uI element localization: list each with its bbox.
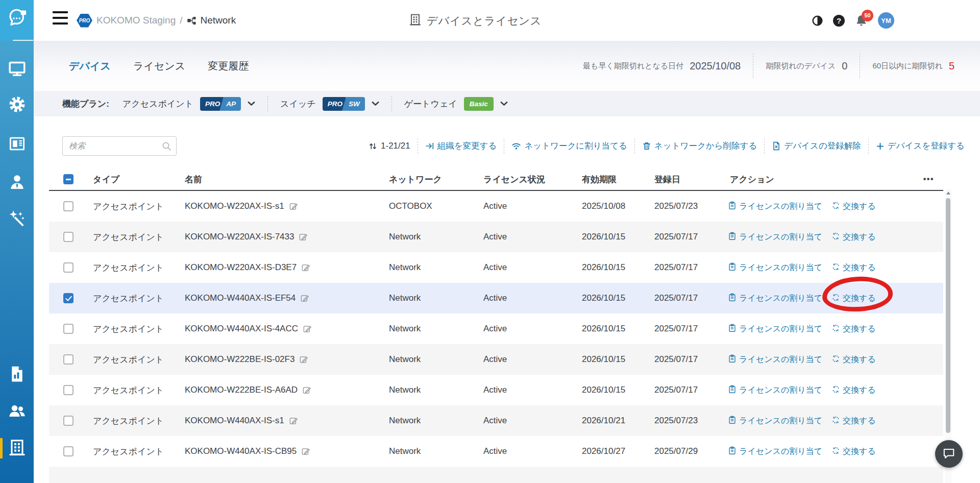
breadcrumb-organization[interactable]: KOKOMO Staging bbox=[96, 15, 176, 26]
assign-license-link[interactable]: ライセンスの割り当て bbox=[728, 262, 822, 273]
app-logo[interactable] bbox=[0, 0, 34, 41]
table-row[interactable]: アクセスポイント KOKOMO-W440AX-IS-s1 Network Act… bbox=[49, 405, 943, 436]
assign-license-link[interactable]: ライセンスの割り当て bbox=[728, 446, 822, 457]
sidebar-item-account[interactable] bbox=[0, 173, 34, 191]
sidebar-item-monitoring[interactable] bbox=[0, 60, 34, 78]
row-checkbox[interactable] bbox=[63, 416, 74, 426]
building-icon bbox=[8, 439, 26, 456]
replace-link[interactable]: 交換する bbox=[831, 385, 876, 396]
row-checkbox[interactable] bbox=[63, 354, 74, 365]
tab-devices[interactable]: デバイス bbox=[69, 59, 111, 73]
replace-link[interactable]: 交換する bbox=[831, 293, 876, 304]
edit-icon[interactable] bbox=[302, 385, 311, 395]
sidebar-item-users[interactable] bbox=[0, 402, 34, 420]
chevron-down-icon[interactable] bbox=[372, 101, 379, 106]
toolbar-separator bbox=[868, 138, 869, 154]
plan-badge: PROAP bbox=[200, 97, 241, 111]
replace-link[interactable]: 交換する bbox=[831, 416, 876, 426]
notifications-bell-icon[interactable]: 50 bbox=[854, 14, 868, 28]
replace-link[interactable]: 交換する bbox=[831, 446, 876, 457]
sidebar-item-reports[interactable] bbox=[0, 365, 34, 383]
plan-item: ゲートウェイBasic bbox=[404, 97, 508, 111]
replace-link[interactable]: 交換する bbox=[831, 324, 876, 334]
row-checkbox[interactable] bbox=[63, 262, 74, 273]
sidebar-item-news[interactable] bbox=[0, 135, 34, 153]
column-header[interactable]: ネットワーク bbox=[379, 174, 473, 185]
edit-icon[interactable] bbox=[301, 447, 310, 456]
row-checkbox[interactable] bbox=[63, 385, 74, 395]
breadcrumb-network[interactable]: Network bbox=[201, 15, 236, 26]
table-row[interactable]: アクセスポイント KOKOMO-W440AX-IS-4ACC Network A… bbox=[49, 313, 943, 344]
column-header[interactable]: ライセンス状況 bbox=[473, 174, 572, 185]
hamburger-menu-icon[interactable] bbox=[53, 11, 68, 25]
chevron-down-icon[interactable] bbox=[500, 101, 508, 106]
registered-date: 2025/07/17 bbox=[644, 354, 720, 365]
edit-icon[interactable] bbox=[289, 416, 298, 425]
sidebar-item-setup-wizard[interactable] bbox=[0, 209, 34, 227]
device-name: KOKOMO-W222BE-IS-02F3 bbox=[185, 354, 295, 365]
column-header-actions: アクション••• bbox=[720, 174, 943, 185]
edit-icon[interactable] bbox=[300, 294, 309, 303]
row-checkbox[interactable] bbox=[63, 232, 74, 242]
sidebar-divider bbox=[13, 40, 33, 41]
assign-license-link[interactable]: ライセンスの割り当て bbox=[728, 293, 822, 304]
user-avatar[interactable]: YM bbox=[878, 12, 894, 29]
edit-icon[interactable] bbox=[299, 232, 308, 242]
row-checkbox[interactable] bbox=[63, 293, 74, 303]
table-row[interactable]: アクセスポイント KOKOMO-W222BE-IS-A6AD Network A… bbox=[49, 375, 943, 405]
assign-license-link[interactable]: ライセンスの割り当て bbox=[728, 201, 822, 212]
tab-change-history[interactable]: 変更履歴 bbox=[208, 59, 249, 73]
pagination: 1-21/21 bbox=[369, 141, 410, 151]
edit-icon[interactable] bbox=[303, 324, 312, 333]
edit-icon[interactable] bbox=[299, 355, 308, 364]
column-header[interactable]: 名前 bbox=[175, 174, 379, 185]
edit-icon[interactable] bbox=[301, 263, 310, 272]
row-checkbox[interactable] bbox=[63, 201, 74, 211]
replace-link[interactable]: 交換する bbox=[831, 354, 876, 365]
assign-license-link[interactable]: ライセンスの割り当て bbox=[728, 416, 822, 426]
assign-license-link[interactable]: ライセンスの割り当て bbox=[728, 354, 822, 365]
scroll-up-arrow-icon[interactable] bbox=[946, 191, 950, 195]
action-remove-network[interactable]: ネットワークから削除する bbox=[642, 140, 757, 152]
column-header[interactable]: 登録日 bbox=[644, 174, 720, 185]
action-move-org[interactable]: 組織を変更する bbox=[425, 140, 497, 152]
row-checkbox[interactable] bbox=[63, 324, 74, 334]
account-icon bbox=[8, 173, 26, 191]
sort-icon[interactable] bbox=[369, 142, 377, 151]
chat-support-button[interactable] bbox=[935, 440, 963, 468]
column-header[interactable]: タイプ bbox=[83, 174, 175, 185]
column-header[interactable]: 有効期限 bbox=[572, 174, 644, 185]
vertical-scrollbar[interactable] bbox=[945, 189, 952, 483]
table-row[interactable]: アクセスポイント KOKOMO-W220AX-IS-s1 OCTOBOX Act… bbox=[49, 191, 943, 222]
registered-date: 2025/07/17 bbox=[644, 385, 720, 395]
overflow-menu-icon[interactable]: ••• bbox=[923, 175, 943, 184]
replace-link[interactable]: 交換する bbox=[831, 262, 876, 273]
contrast-toggle-icon[interactable] bbox=[812, 15, 823, 27]
replace-link[interactable]: 交換する bbox=[831, 232, 876, 243]
table-row[interactable]: アクセスポイント KOKOMO-W220AX-IS-D3E7 Network A… bbox=[49, 252, 943, 283]
row-checkbox[interactable] bbox=[63, 446, 74, 456]
table-row[interactable]: アクセスポイント KOKOMO-W440AX-IS-CB95 Network A… bbox=[49, 436, 943, 467]
scrollbar-thumb[interactable] bbox=[946, 198, 950, 433]
action-assign-network[interactable]: ネットワークに割り当てる bbox=[511, 140, 627, 152]
table-row[interactable]: アクセスポイント KOKOMO-W220AX-IS-7433 Network A… bbox=[49, 222, 943, 252]
action-unregister-device[interactable]: デバイスの登録解除 bbox=[772, 140, 861, 152]
assign-license-link[interactable]: ライセンスの割り当て bbox=[728, 385, 822, 396]
edit-icon[interactable] bbox=[289, 202, 298, 211]
device-type: アクセスポイント bbox=[83, 415, 175, 427]
select-all-checkbox[interactable] bbox=[63, 174, 74, 184]
table-row[interactable]: アクセスポイント KOKOMO-W440AX-IS-EF54 Network A… bbox=[49, 283, 943, 313]
action-register-device[interactable]: デバイスを登録する bbox=[876, 140, 965, 152]
replace-link[interactable]: 交換する bbox=[831, 201, 876, 212]
assign-license-link[interactable]: ライセンスの割り当て bbox=[728, 324, 822, 334]
table-row[interactable]: アクセスポイント KOKOMO-W222BE-IS-02F3 Network A… bbox=[49, 344, 943, 375]
sidebar-item-settings[interactable] bbox=[0, 95, 34, 113]
tab-licenses[interactable]: ライセンス bbox=[133, 59, 185, 73]
license-status: Active bbox=[473, 354, 572, 365]
help-icon[interactable]: ? bbox=[833, 15, 845, 27]
sidebar-item-organization[interactable] bbox=[0, 439, 34, 456]
assign-license-link[interactable]: ライセンスの割り当て bbox=[728, 232, 822, 243]
chevron-down-icon[interactable] bbox=[248, 101, 255, 106]
search-input[interactable] bbox=[62, 136, 177, 156]
network-tree-icon bbox=[187, 16, 197, 26]
